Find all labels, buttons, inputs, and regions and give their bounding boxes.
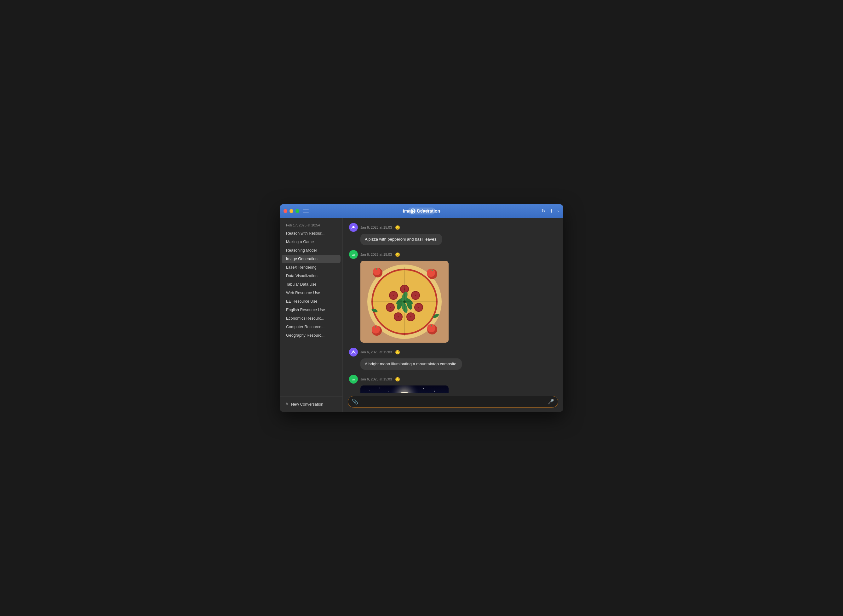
sidebar-item-ee-resource-use[interactable]: EE Resource Use	[282, 297, 341, 305]
svg-point-22	[410, 316, 411, 317]
nav-back-button[interactable]: ‹	[402, 208, 404, 214]
svg-point-25	[398, 316, 399, 317]
emoji-button-3[interactable]: 🙂	[395, 350, 400, 355]
sidebar-item-image-generation[interactable]: Image Generation	[282, 255, 341, 263]
sidebar-item-data-visualization[interactable]: Data Visualization	[282, 272, 341, 280]
close-button[interactable]	[283, 209, 287, 213]
voice-button[interactable]: 🎤	[548, 399, 554, 405]
emoji-button-2[interactable]: 🙂	[395, 252, 400, 257]
chat-input[interactable]	[361, 399, 545, 404]
titlebar: ‹ 👤 Default ∨ › Image Generation ↻ ⬆ ∨ I…	[280, 204, 563, 218]
message-group-3: Jan 6, 2025 at 15:03 🙂 A bright moon ill…	[349, 348, 557, 370]
chat-input-area: 📎 🎤	[343, 393, 563, 412]
sidebar-item-economics-resource[interactable]: Economics Resourc...	[282, 314, 341, 323]
message-group-1: Jan 6, 2025 at 15:03 🙂 A pizza with pepp…	[349, 223, 557, 245]
svg-point-16	[415, 295, 416, 296]
attach-button[interactable]: 📎	[352, 399, 358, 405]
sidebar-date-label: Feb 17, 2025 at 10:54	[282, 221, 341, 229]
sidebar-item-reasoning-model[interactable]: Reasoning Model	[282, 246, 341, 254]
new-conversation-label: New Conversation	[291, 402, 323, 406]
sidebar-item-web-resource-use[interactable]: Web Resource Use	[282, 289, 341, 297]
chat-messages: Jan 6, 2025 at 15:03 🙂 A pizza with pepp…	[343, 218, 563, 393]
svg-point-58	[388, 392, 389, 392]
sidebar-item-computer-resource[interactable]: Computer Resource...	[282, 323, 341, 331]
titlebar-center: ‹ 👤 Default ∨ ›	[402, 208, 441, 214]
svg-text:AI: AI	[352, 254, 355, 256]
sidebar-item-tabular-data-use[interactable]: Tabular Data Use	[282, 280, 341, 289]
emoji-button-1[interactable]: 🙂	[395, 225, 400, 230]
profile-chevron-icon: ∨	[430, 210, 433, 213]
refresh-icon[interactable]: ↻	[542, 208, 546, 214]
sidebar-toggle-button[interactable]	[303, 209, 309, 213]
nav-forward-button[interactable]: ›	[439, 208, 441, 214]
svg-point-56	[370, 390, 370, 390]
new-conversation-icon: ✎	[285, 402, 289, 406]
message-time-1: Jan 6, 2025 at 15:03	[360, 226, 392, 229]
svg-point-28	[390, 307, 391, 308]
new-conversation-button[interactable]: ✎ New Conversation	[282, 400, 340, 409]
user-avatar-1	[349, 223, 358, 232]
ai-pizza-image-container	[360, 261, 557, 343]
sidebar-bottom: ✎ New Conversation	[280, 396, 342, 412]
minimize-button[interactable]	[289, 209, 293, 213]
share-icon[interactable]: ⬆	[549, 208, 554, 214]
user-message-2: A bright moon illuminating a mountaintop…	[360, 358, 462, 370]
chat-area: Jan 6, 2025 at 15:03 🙂 A pizza with pepp…	[343, 218, 563, 412]
ai-avatar-2: AI	[349, 375, 358, 384]
main-content: Feb 17, 2025 at 10:54 Reason with Resour…	[280, 218, 563, 412]
sidebar-item-english-resource-use[interactable]: English Resource Use	[282, 306, 341, 314]
sidebar-items-list: Feb 17, 2025 at 10:54 Reason with Resour…	[280, 218, 342, 396]
input-box: 📎 🎤	[348, 396, 558, 408]
user-avatar-2	[349, 348, 358, 356]
message-header-1: Jan 6, 2025 at 15:03 🙂	[349, 223, 557, 232]
message-time-2: Jan 6, 2025 at 15:03	[360, 252, 392, 256]
svg-point-60	[434, 391, 435, 392]
sidebar-item-making-a-game[interactable]: Making a Game	[282, 238, 341, 246]
message-header-2: AI Jan 6, 2025 at 15:03 🙂	[349, 250, 557, 259]
sidebar-item-latex-rendering[interactable]: LaTeX Rendering	[282, 263, 341, 271]
maximize-button[interactable]	[295, 209, 299, 213]
message-group-2: AI Jan 6, 2025 at 15:03 🙂	[349, 250, 557, 343]
ai-moon-image-container	[360, 386, 557, 393]
emoji-button-4[interactable]: 🙂	[395, 377, 400, 382]
message-header-3: Jan 6, 2025 at 15:03 🙂	[349, 348, 557, 356]
message-time-3: Jan 6, 2025 at 15:03	[360, 350, 392, 354]
pizza-image	[360, 261, 449, 343]
app-window: ‹ 👤 Default ∨ › Image Generation ↻ ⬆ ∨ I…	[280, 204, 563, 412]
moon-image	[360, 386, 449, 393]
sidebar: Feb 17, 2025 at 10:54 Reason with Resour…	[280, 218, 343, 412]
message-header-4: AI Jan 6, 2025 at 15:03 🙂	[349, 375, 557, 384]
sidebar-item-reason-with-resour[interactable]: Reason with Resour...	[282, 229, 341, 238]
message-time-4: Jan 6, 2025 at 15:03	[360, 377, 392, 381]
user-message-1: A pizza with pepperoni and basil leaves.	[360, 234, 442, 245]
svg-point-57	[379, 388, 380, 388]
svg-point-31	[393, 295, 394, 296]
ai-avatar-1: AI	[349, 250, 358, 259]
profile-button[interactable]: 👤 Default ∨	[408, 208, 435, 214]
share-chevron-icon[interactable]: ∨	[557, 210, 560, 213]
titlebar-actions: ↻ ⬆ ∨	[542, 208, 560, 214]
message-group-4: AI Jan 6, 2025 at 15:03 🙂	[349, 375, 557, 393]
svg-point-59	[423, 388, 424, 389]
profile-label: Default	[417, 209, 429, 213]
svg-point-19	[418, 307, 419, 308]
svg-text:AI: AI	[352, 378, 355, 381]
sidebar-item-geography-resource[interactable]: Geography Resourc...	[282, 331, 341, 339]
traffic-lights	[283, 209, 299, 213]
svg-point-61	[441, 388, 441, 389]
profile-icon: 👤	[410, 208, 415, 214]
